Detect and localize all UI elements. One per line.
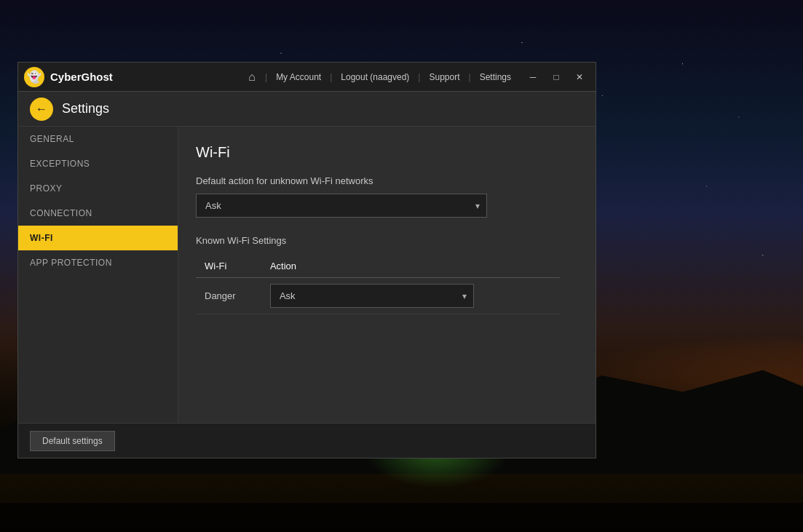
logo-area: 👻 CyberGhost	[24, 67, 242, 87]
settings-title: Settings	[62, 101, 109, 116]
main-content: Wi-Fi Default action for unknown Wi-Fi n…	[178, 127, 596, 423]
table-row: Danger Ask ▾	[196, 278, 560, 314]
default-action-select[interactable]: Ask	[196, 194, 487, 218]
back-button[interactable]: ←	[30, 98, 53, 121]
app-logo: 👻	[24, 67, 44, 87]
close-button[interactable]: ✕	[569, 69, 590, 85]
title-bar: 👻 CyberGhost ⌂ | My Account | Logout (na…	[18, 63, 596, 92]
settings-header: ← Settings	[18, 92, 596, 127]
nav-area: ⌂ | My Account | Logout (naagved) | Supp…	[242, 67, 517, 87]
sidebar-item-wifi[interactable]: WI-FI	[18, 226, 178, 250]
bottom-bar: Default settings	[18, 423, 596, 458]
window-controls: ─ □ ✕	[523, 69, 590, 85]
row-action-select[interactable]: Ask	[270, 284, 474, 308]
logo-icon: 👻	[27, 70, 41, 84]
home-icon: ⌂	[248, 71, 256, 84]
known-wifi-label: Known Wi-Fi Settings	[196, 235, 578, 246]
sidebar: GENERAL EXCEPTIONS PROXY CONNECTION WI-F…	[18, 127, 178, 423]
default-settings-button[interactable]: Default settings	[30, 431, 115, 451]
home-button[interactable]: ⌂	[242, 67, 262, 87]
table-header-wifi: Wi-Fi	[196, 255, 261, 278]
sidebar-item-exceptions[interactable]: EXCEPTIONS	[18, 151, 178, 176]
app-name: CyberGhost	[50, 71, 113, 83]
back-icon: ←	[36, 103, 47, 116]
nav-my-account[interactable]: My Account	[270, 69, 327, 85]
sidebar-item-general[interactable]: GENERAL	[18, 127, 178, 151]
sidebar-item-app-protection[interactable]: APP PROTECTION	[18, 250, 178, 275]
table-cell-action: Ask ▾	[261, 278, 560, 314]
default-action-dropdown-wrapper: Ask ▾	[196, 194, 487, 218]
section-title: Wi-Fi	[196, 144, 578, 161]
nav-support[interactable]: Support	[423, 69, 465, 85]
default-action-label: Default action for unknown Wi-Fi network…	[196, 175, 578, 186]
wifi-table: Wi-Fi Action Danger Ask	[196, 255, 560, 314]
body-area: GENERAL EXCEPTIONS PROXY CONNECTION WI-F…	[18, 127, 596, 423]
minimize-button[interactable]: ─	[523, 69, 543, 85]
table-cell-wifi-name: Danger	[196, 278, 261, 314]
nav-logout[interactable]: Logout (naagved)	[335, 69, 415, 85]
taskbar	[0, 503, 803, 532]
app-window: 👻 CyberGhost ⌂ | My Account | Logout (na…	[17, 62, 596, 458]
maximize-button[interactable]: □	[546, 69, 566, 85]
sidebar-item-proxy[interactable]: PROXY	[18, 176, 178, 201]
nav-settings[interactable]: Settings	[474, 69, 517, 85]
table-header-action: Action	[261, 255, 560, 278]
sidebar-item-connection[interactable]: CONNECTION	[18, 201, 178, 226]
